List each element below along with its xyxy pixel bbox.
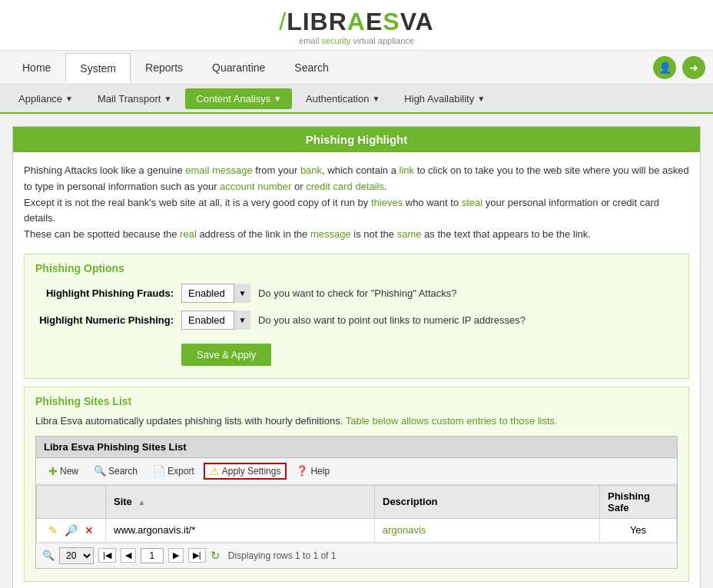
sites-description-text: Libra Esva automatically updates phishin… [35,415,343,427]
export-label: Export [167,466,194,477]
row-phishing-safe: Yes [600,518,677,542]
row-actions: ✎ 🔎 ✕ [37,518,106,542]
sub-nav-content-analisys[interactable]: Content Analisys ▼ [185,88,292,109]
sites-list-description: Libra Esva automatically updates phishin… [35,415,678,427]
logo-tagline: email security virtual appliance [0,36,713,45]
sub-nav: Appliance ▼ Mail Transport ▼ Content Ana… [0,85,713,114]
chevron-down-icon: ▼ [274,95,281,103]
phishing-highlight-panel: Phishing Highlight Phishing Attacks look… [12,126,701,588]
last-page-button[interactable]: ▶| [188,548,206,563]
table-title-bar: Libra Esva Phishing Sites List [36,437,677,458]
top-nav: Home System Reports Quarantine Search 👤 … [0,51,713,85]
search-label: Search [108,466,138,477]
logo-highlight: A [347,8,366,35]
col-header-site[interactable]: Site ▲ [106,485,375,518]
sub-nav-authentication-label: Authentication [306,93,369,105]
export-icon: 📄 [153,465,165,477]
chevron-down-icon: ▼ [372,95,380,103]
logo: /LIBRAESVA [0,8,713,36]
new-label: New [60,466,78,477]
sites-table-container: Libra Esva Phishing Sites List ✚ New 🔍 S… [35,436,678,569]
sites-description-link[interactable]: Table below allows custom entries to tho… [346,415,558,427]
row-site: www.argonavis.it/* [106,518,375,542]
highlight-phishing-frauds-select[interactable]: Enabled Disabled [181,284,250,303]
col-header-actions [37,485,106,518]
first-page-button[interactable]: |◀ [98,548,116,563]
warning-icon: ⚠ [210,465,220,477]
nav-item-home[interactable]: Home [8,53,65,81]
logout-icon-btn[interactable]: ➜ [682,56,705,79]
prev-page-button[interactable]: ◀ [121,548,136,563]
sort-icon: ▲ [138,498,145,507]
phishing-sites-list-section: Phishing Sites List Libra Esva automatic… [24,387,689,582]
sub-nav-content-analisys-label: Content Analisys [196,93,270,105]
table-toolbar: ✚ New 🔍 Search 📄 Export ⚠ [36,458,677,485]
phishing-highlight-header: Phishing Highlight [13,127,700,152]
apply-settings-label: Apply Settings [222,466,281,477]
sub-nav-authentication[interactable]: Authentication ▼ [295,88,390,109]
row-info: Displaying rows 1 to 1 of 1 [228,550,337,561]
save-apply-button[interactable]: Save & Apply [181,344,271,366]
phishing-description: Phishing Attacks look like a genuine ema… [24,163,689,243]
section-body: Phishing Attacks look like a genuine ema… [13,152,700,588]
pagination-bar: 🔍 20 10 50 100 |◀ ◀ ▶ ▶| ↻ Displ [36,543,677,568]
row-description: argonavis [375,518,600,542]
nav-items: Home System Reports Quarantine Search [8,53,653,81]
new-button[interactable]: ✚ New [42,463,85,480]
phishing-options-section: Phishing Options Highlight Phishing Frau… [24,254,689,379]
highlight-phishing-frauds-row: Highlight Phishing Frauds: Enabled Disab… [35,284,678,303]
page-size-select[interactable]: 20 10 50 100 [59,547,94,564]
export-button[interactable]: 📄 Export [147,463,201,479]
options-section-title: Phishing Options [35,262,678,274]
next-page-button[interactable]: ▶ [168,548,184,563]
chevron-down-icon: ▼ [164,95,171,103]
edit-icon[interactable]: ✎ [45,523,61,538]
apply-settings-button[interactable]: ⚠ Apply Settings [204,463,287,480]
col-phishing-safe-label: Phishing Safe [608,490,650,513]
highlight-numeric-phishing-row: Highlight Numeric Phishing: Enabled Disa… [35,311,678,330]
highlight-numeric-phishing-select-wrap: Enabled Disabled ▼ [181,311,250,330]
view-icon[interactable]: 🔎 [64,523,79,538]
description-line-2: Except it is not the real bank's web sit… [24,195,689,228]
sub-nav-high-availability[interactable]: High Availability ▼ [393,88,496,109]
sub-nav-high-availability-label: High Availability [404,93,474,105]
search-button[interactable]: 🔍 Search [88,463,144,479]
sites-table: Site ▲ Description Phishing Safe [36,485,677,543]
nav-item-reports[interactable]: Reports [131,53,197,81]
page-number-input[interactable] [141,548,164,563]
logo-bar: /LIBRAESVA email security virtual applia… [0,0,713,51]
user-icon-btn[interactable]: 👤 [653,56,676,79]
nav-item-system[interactable]: System [65,53,131,82]
nav-item-search[interactable]: Search [280,53,343,81]
sites-list-title: Phishing Sites List [35,395,678,407]
col-header-phishing-safe[interactable]: Phishing Safe [600,485,677,518]
nav-right: 👤 ➜ [653,56,705,79]
highlight-phishing-frauds-hint: Do you want to check for "Phishing" Atta… [258,287,678,299]
pagination-search-icon[interactable]: 🔍 [42,550,55,561]
logo-highlight2: S [383,8,400,35]
sub-nav-appliance-label: Appliance [18,93,62,105]
sub-nav-mail-transport[interactable]: Mail Transport ▼ [87,88,182,109]
help-button[interactable]: ❓ Help [290,463,336,479]
logo-slash: / [279,8,287,35]
highlight-phishing-frauds-select-wrap: Enabled Disabled ▼ [181,284,250,303]
description-line-1: Phishing Attacks look like a genuine ema… [24,163,689,195]
sub-nav-mail-transport-label: Mail Transport [98,93,161,105]
row-description-link[interactable]: argonavis [383,524,426,536]
chevron-down-icon: ▼ [477,95,485,103]
help-label: Help [310,466,330,477]
col-description-label: Description [383,496,438,507]
col-header-description[interactable]: Description [375,485,600,518]
highlight-numeric-phishing-hint: Do you also want to point out links to n… [258,314,678,326]
description-line-3: These can be spotted because the real ad… [24,227,689,243]
highlight-numeric-phishing-select[interactable]: Enabled Disabled [181,311,250,330]
sub-nav-appliance[interactable]: Appliance ▼ [8,88,84,109]
logo-tagline-security: security [321,36,350,45]
nav-item-quarantine[interactable]: Quarantine [197,53,280,81]
highlight-numeric-phishing-label: Highlight Numeric Phishing: [35,314,174,326]
chevron-down-icon: ▼ [65,95,73,103]
refresh-button[interactable]: ↻ [211,549,221,563]
table-row: ✎ 🔎 ✕ www.argonavis.it/* argonavis Yes [37,518,677,542]
delete-icon[interactable]: ✕ [81,523,97,538]
highlight-phishing-frauds-label: Highlight Phishing Frauds: [35,287,174,299]
